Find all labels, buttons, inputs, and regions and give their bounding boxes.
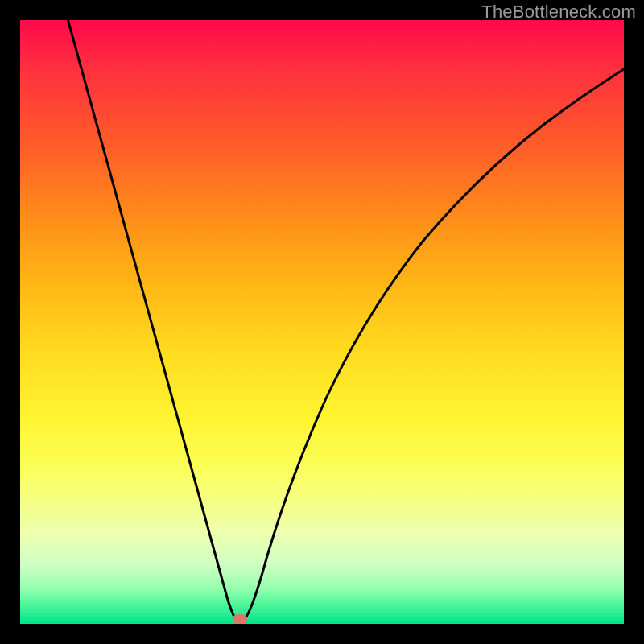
watermark-text: TheBottleneck.com	[481, 2, 636, 23]
plot-area	[20, 20, 624, 624]
chart-frame: TheBottleneck.com	[0, 0, 644, 644]
minimum-marker	[233, 614, 247, 624]
bottleneck-curve	[64, 20, 624, 622]
curve-svg	[20, 20, 624, 624]
